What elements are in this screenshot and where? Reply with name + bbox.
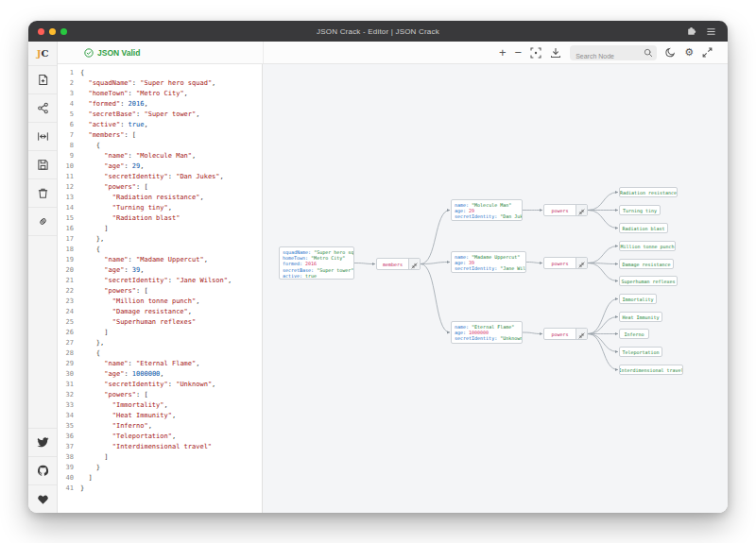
editor-line[interactable]: 20 "age": 39,: [58, 265, 262, 276]
editor-line[interactable]: 10 "age": 29,: [58, 161, 262, 172]
focus-view-button[interactable]: [530, 47, 541, 59]
json-editor[interactable]: 1{2 "squadName": "Super hero squad",3 "h…: [58, 64, 263, 513]
editor-line[interactable]: 14 "Turning tiny",: [58, 203, 262, 213]
editor-line[interactable]: 15 "Radiation blast": [58, 213, 262, 224]
graph-node-leaf-4[interactable]: Million tonne punch: [619, 241, 676, 251]
editor-line[interactable]: 2 "squadName": "Super hero squad",: [58, 78, 262, 89]
collapse-node-button[interactable]: [408, 259, 420, 269]
graph-edges: [263, 64, 728, 513]
editor-line[interactable]: 17 },: [58, 234, 262, 245]
collapse-node-button[interactable]: [576, 205, 587, 215]
collapse-node-button[interactable]: [576, 258, 587, 268]
code-text: "Immortality",: [80, 400, 168, 411]
line-number: 12: [58, 182, 80, 193]
editor-line[interactable]: 13 "Radiation resistance",: [58, 193, 262, 203]
editor-line[interactable]: 22 "powers": [: [58, 286, 262, 297]
sponsor-heart-icon[interactable]: [28, 484, 57, 513]
editor-line[interactable]: 4 "formed": 2016,: [58, 99, 262, 110]
editor-line[interactable]: 27 },: [58, 338, 262, 348]
graph-node-leaf-9[interactable]: Inferno: [619, 329, 649, 339]
search-icon[interactable]: [644, 48, 653, 58]
delete-button[interactable]: [28, 179, 57, 208]
settings-gear-icon[interactable]: ⚙: [684, 47, 694, 58]
editor-line[interactable]: 26 ]: [58, 328, 262, 338]
save-button[interactable]: [28, 151, 57, 179]
line-number: 13: [58, 193, 80, 203]
graph-node-member-1[interactable]: name: "Molecule Man"age: 29secretIdentit…: [451, 199, 523, 221]
editor-line[interactable]: 33 "Immortality",: [58, 400, 262, 411]
editor-line[interactable]: 41}: [58, 484, 262, 494]
editor-line[interactable]: 39 }: [58, 463, 262, 473]
graph-node-leaf-1[interactable]: Radiation resistance: [619, 187, 678, 197]
editor-line[interactable]: 7 "members": [: [58, 130, 262, 141]
graph-node-member-3[interactable]: name: "Eternal Flame"age: 1000000secretI…: [451, 321, 523, 344]
dark-mode-moon-icon[interactable]: [665, 47, 676, 58]
editor-line[interactable]: 28 {: [58, 348, 262, 359]
editor-line[interactable]: 34 "Heat Immunity",: [58, 411, 262, 421]
line-number: 21: [58, 276, 80, 286]
editor-line[interactable]: 6 "active": true,: [58, 120, 262, 130]
editor-line[interactable]: 40 ]: [58, 473, 262, 484]
editor-line[interactable]: 37 "Interdimensional travel": [58, 442, 262, 452]
graph-node-root[interactable]: squadName: "Super hero squad"homeTown: "…: [279, 246, 354, 280]
graph-node-powers-3[interactable]: powers: [543, 328, 588, 340]
download-image-button[interactable]: [550, 47, 561, 59]
editor-line[interactable]: 5 "secretBase": "Super tower",: [58, 110, 262, 120]
editor-line[interactable]: 21 "secretIdentity": "Jane Wilson",: [58, 276, 262, 286]
editor-line[interactable]: 35 "Inferno",: [58, 421, 262, 432]
editor-line[interactable]: 32 "powers": [: [58, 390, 262, 400]
line-number: 24: [58, 307, 80, 317]
new-file-button[interactable]: [28, 66, 57, 94]
editor-line[interactable]: 29 "name": "Eternal Flame",: [58, 359, 262, 369]
editor-line[interactable]: 18 {: [58, 245, 262, 255]
editor-line[interactable]: 16 ]: [58, 224, 262, 234]
graph-node-leaf-11[interactable]: Interdimensional travel: [619, 365, 683, 375]
center-view-button[interactable]: [28, 123, 57, 151]
editor-line[interactable]: 31 "secretIdentity": "Unknown",: [58, 380, 262, 390]
editor-line[interactable]: 38 ]: [58, 452, 262, 463]
graph-node-leaf-6[interactable]: Superhuman reflexes: [619, 276, 678, 286]
tab-menu-icon[interactable]: [706, 26, 716, 37]
editor-line[interactable]: 24 "Damage resistance",: [58, 307, 262, 317]
share-button[interactable]: [28, 94, 57, 123]
twitter-link[interactable]: [28, 428, 57, 456]
node-label: powers: [544, 205, 576, 215]
collapse-node-button[interactable]: [576, 329, 587, 339]
graph-node-powers-1[interactable]: powers: [543, 204, 588, 216]
line-number: 4: [58, 99, 80, 110]
graph-canvas[interactable]: squadName: "Super hero squad"homeTown: "…: [263, 64, 728, 513]
zoom-in-button[interactable]: +: [499, 46, 507, 59]
editor-line[interactable]: 25 "Superhuman reflexes": [58, 317, 262, 328]
editor-line[interactable]: 23 "Million tonne punch",: [58, 297, 262, 307]
graph-node-leaf-7[interactable]: Immortality: [619, 294, 657, 304]
graph-node-leaf-5[interactable]: Damage resistance: [619, 259, 674, 269]
graph-node-members[interactable]: members: [376, 258, 421, 270]
node-value: Million tonne punch: [620, 244, 674, 249]
collapse-arrows-icon: [578, 257, 585, 269]
editor-line[interactable]: 30 "age": 1000000,: [58, 369, 262, 380]
graph-node-powers-2[interactable]: powers: [543, 257, 588, 269]
graph-node-leaf-3[interactable]: Radiation blast: [619, 223, 668, 233]
zoom-out-button[interactable]: −: [515, 46, 523, 59]
github-link[interactable]: [28, 456, 57, 484]
link-button[interactable]: [28, 208, 57, 236]
graph-node-member-2[interactable]: name: "Madame Uppercut"age: 39secretIden…: [451, 251, 526, 273]
editor-line[interactable]: 11 "secretIdentity": "Dan Jukes",: [58, 172, 262, 182]
editor-line[interactable]: 36 "Teleportation",: [58, 432, 262, 442]
code-text: "name": "Madame Uppercut",: [80, 255, 208, 265]
editor-line[interactable]: 8 {: [58, 141, 262, 151]
code-text: "homeTown": "Metro City",: [80, 89, 188, 99]
graph-node-leaf-10[interactable]: Teleportation: [619, 347, 662, 357]
editor-line[interactable]: 1{: [58, 68, 262, 78]
jsoncrack-logo[interactable]: JC: [28, 42, 57, 66]
editor-line[interactable]: 19 "name": "Madame Uppercut",: [58, 255, 262, 265]
editor-line[interactable]: 3 "homeTown": "Metro City",: [58, 89, 262, 99]
graph-edge: [588, 334, 618, 370]
graph-node-leaf-2[interactable]: Turning tiny: [619, 205, 661, 215]
editor-line[interactable]: 9 "name": "Molecule Man",: [58, 151, 262, 161]
graph-node-leaf-8[interactable]: Heat Immunity: [619, 312, 662, 322]
editor-line[interactable]: 12 "powers": [: [58, 182, 262, 193]
extension-puzzle-icon[interactable]: [686, 26, 696, 37]
line-number: 10: [58, 161, 80, 172]
fullscreen-icon[interactable]: [702, 47, 713, 58]
